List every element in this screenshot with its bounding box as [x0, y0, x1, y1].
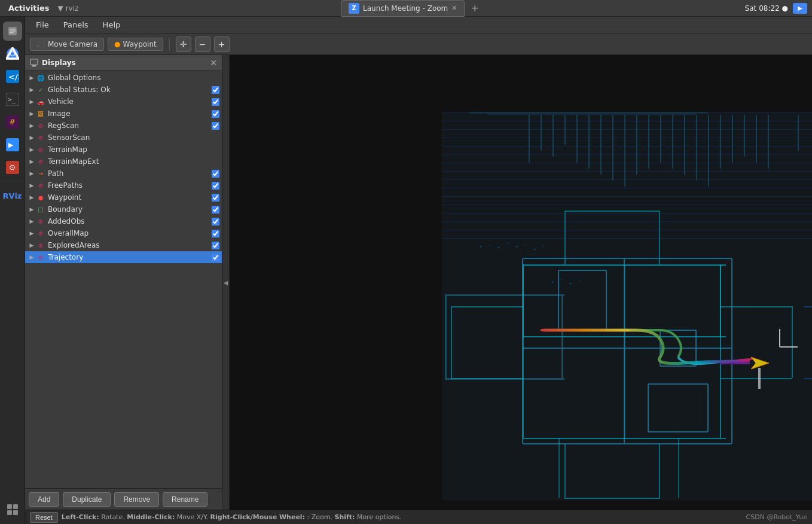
- zoom-tab[interactable]: Z Launch Meeting - Zoom ✕: [341, 0, 465, 17]
- file-menu[interactable]: File: [30, 19, 55, 31]
- reset-button[interactable]: Reset: [30, 512, 58, 523]
- display-item-global-status[interactable]: ▶✓Global Status: Ok: [25, 84, 222, 96]
- monitor-icon: [30, 59, 38, 67]
- 3d-viewport[interactable]: [230, 55, 812, 510]
- display-item-vehicle[interactable]: ▶🚗Vehicle: [25, 96, 222, 108]
- item-checkbox-addedobs[interactable]: [212, 218, 219, 226]
- display-item-overallmap[interactable]: ▶⚙OverallMap: [25, 227, 222, 239]
- item-label-boundary: Boundary: [48, 205, 212, 214]
- svg-rect-18: [13, 504, 18, 509]
- expand-arrow-overallmap[interactable]: ▶: [28, 229, 36, 237]
- svg-text:>_: >_: [8, 96, 16, 103]
- item-checkbox-regscan[interactable]: [212, 122, 219, 130]
- dock-unknown-icon[interactable]: ⊙: [3, 158, 22, 177]
- item-label-regscan: RegScan: [48, 121, 212, 130]
- display-item-trajectory[interactable]: ▶⚙Trajectory: [25, 251, 222, 263]
- expand-arrow-trajectory[interactable]: ▶: [28, 253, 36, 261]
- rename-display-button[interactable]: Rename: [163, 492, 207, 507]
- move-camera-icon: 🎥: [36, 40, 45, 48]
- svg-rect-19: [7, 510, 12, 515]
- item-icon-overallmap: ⚙: [36, 229, 45, 238]
- expand-arrow-path[interactable]: ▶: [28, 169, 36, 178]
- right-click-text: : Zoom.: [307, 513, 335, 521]
- toolbar-icon-plus[interactable]: +: [214, 36, 230, 52]
- display-item-sensorscan[interactable]: ▶⚙SensorScan: [25, 132, 222, 144]
- item-checkbox-exploredareas[interactable]: [212, 242, 219, 249]
- display-item-regscan[interactable]: ▶⚙RegScan: [25, 120, 222, 132]
- item-checkbox-waypoint[interactable]: [212, 194, 219, 202]
- svg-rect-21: [30, 59, 38, 65]
- expand-arrow-global-options[interactable]: ▶: [28, 74, 36, 82]
- dock-files-icon[interactable]: [3, 22, 22, 41]
- expand-arrow-global-status[interactable]: ▶: [28, 86, 36, 94]
- svg-rect-3: [10, 32, 14, 33]
- panel-collapse-handle[interactable]: ◀: [222, 55, 230, 510]
- video-call-icon[interactable]: ▶: [793, 3, 807, 14]
- svg-text:#: #: [9, 117, 16, 126]
- item-icon-regscan: ⚙: [36, 121, 45, 130]
- item-checkbox-trajectory[interactable]: [212, 254, 219, 261]
- help-menu[interactable]: Help: [97, 19, 127, 31]
- rviz-process-indicator[interactable]: ▼ rviz: [58, 4, 79, 13]
- dock-terminal-icon[interactable]: >_: [3, 90, 22, 109]
- expand-arrow-terrainmap[interactable]: ▶: [28, 145, 36, 154]
- expand-arrow-sensorscan[interactable]: ▶: [28, 133, 36, 142]
- item-checkbox-vehicle[interactable]: [212, 98, 219, 106]
- expand-arrow-waypoint[interactable]: ▶: [28, 193, 36, 202]
- item-label-addedobs: AddedObs: [48, 217, 212, 226]
- toolbar-separator-1: [169, 38, 170, 50]
- display-item-waypoint[interactable]: ▶●Waypoint: [25, 191, 222, 203]
- svg-rect-1: [10, 29, 16, 30]
- dock-apps-icon[interactable]: [3, 500, 22, 519]
- activities-button[interactable]: Activities: [5, 2, 53, 14]
- item-checkbox-image[interactable]: [212, 110, 219, 118]
- new-tab-button[interactable]: +: [467, 2, 482, 14]
- item-checkbox-global-status[interactable]: [212, 86, 219, 94]
- watermark: CSDN @Robot_Yue: [746, 513, 807, 521]
- toolbar-icon-move[interactable]: ✛: [176, 36, 191, 52]
- clock-display: Sat 08:22 ●: [745, 4, 788, 13]
- display-item-freepaths[interactable]: ▶⚙FreePaths: [25, 179, 222, 191]
- expand-arrow-regscan[interactable]: ▶: [28, 121, 36, 130]
- item-icon-addedobs: ⚙: [36, 217, 45, 226]
- left-click-text: Rotate.: [101, 513, 127, 521]
- expand-arrow-exploredareas[interactable]: ▶: [28, 241, 36, 249]
- item-checkbox-freepaths[interactable]: [212, 182, 219, 190]
- item-checkbox-path[interactable]: [212, 170, 219, 178]
- expand-arrow-image[interactable]: ▶: [28, 109, 36, 118]
- toolbar-icon-minus[interactable]: −: [195, 36, 210, 52]
- display-item-global-options[interactable]: ▶🌐Global Options: [25, 72, 222, 84]
- item-label-waypoint: Waypoint: [48, 193, 212, 202]
- dock-vscode-icon[interactable]: </>: [3, 67, 22, 86]
- display-item-addedobs[interactable]: ▶⚙AddedObs: [25, 215, 222, 227]
- displays-panel-close[interactable]: ✕: [210, 58, 217, 68]
- scene-svg: [230, 55, 812, 510]
- add-display-button[interactable]: Add: [29, 492, 59, 507]
- item-icon-vehicle: 🚗: [36, 97, 45, 106]
- expand-arrow-vehicle[interactable]: ▶: [28, 98, 36, 106]
- item-checkbox-overallmap[interactable]: [212, 230, 219, 237]
- dock-slack-icon[interactable]: #: [3, 112, 22, 132]
- display-item-terrainmapext[interactable]: ▶⚙TerrainMapExt: [25, 156, 222, 167]
- item-checkbox-boundary[interactable]: [212, 206, 219, 214]
- zoom-tab-close[interactable]: ✕: [451, 4, 457, 12]
- duplicate-display-button[interactable]: Duplicate: [63, 492, 111, 507]
- display-item-path[interactable]: ▶→Path: [25, 167, 222, 179]
- remove-display-button[interactable]: Remove: [114, 492, 159, 507]
- rviz-logo[interactable]: RViz: [0, 181, 25, 211]
- svg-point-6: [11, 52, 14, 56]
- expand-arrow-addedobs[interactable]: ▶: [28, 217, 36, 226]
- panels-menu[interactable]: Panels: [57, 19, 94, 31]
- expand-arrow-terrainmapext[interactable]: ▶: [28, 157, 36, 166]
- expand-arrow-freepaths[interactable]: ▶: [28, 181, 36, 190]
- move-camera-button[interactable]: 🎥 Move Camera: [30, 38, 104, 51]
- waypoint-button[interactable]: ● Waypoint: [108, 38, 163, 51]
- item-label-terrainmap: TerrainMap: [48, 145, 211, 154]
- dock-chrome-icon[interactable]: [3, 44, 22, 63]
- display-item-exploredareas[interactable]: ▶⚙ExploredAreas: [25, 239, 222, 251]
- display-item-image[interactable]: ▶🖼Image: [25, 108, 222, 120]
- display-item-terrainmap[interactable]: ▶⚙TerrainMap: [25, 144, 222, 156]
- expand-arrow-boundary[interactable]: ▶: [28, 205, 36, 214]
- dock-zoom-icon[interactable]: ▶: [3, 135, 22, 154]
- display-item-boundary[interactable]: ▶□Boundary: [25, 203, 222, 215]
